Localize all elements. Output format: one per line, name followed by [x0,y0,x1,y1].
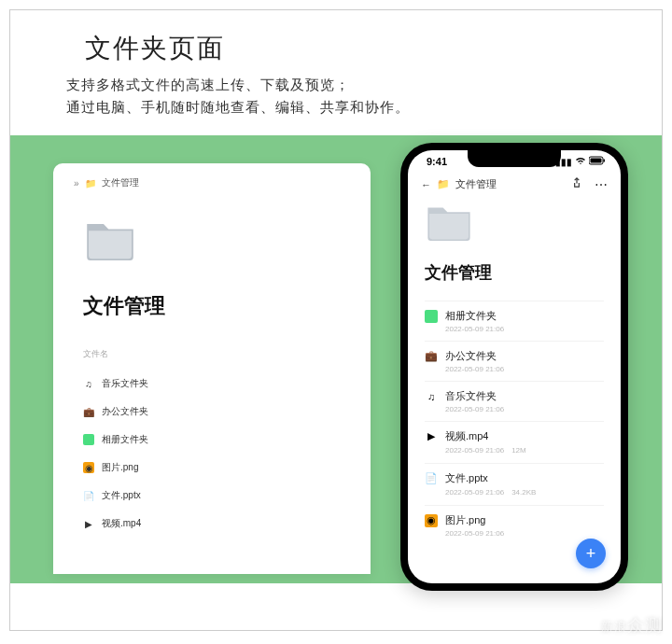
phone-topbar: ← 📁 文件管理 ⋯ [408,167,621,198]
video-icon: ▶ [425,430,438,443]
wifi-icon [575,156,586,167]
document-icon: 📄 [83,490,94,501]
phone-notch [468,150,561,167]
music-icon: ♫ [83,378,94,389]
image-icon: ◉ [83,462,94,473]
file-name: 视频.mp4 [102,517,141,530]
more-icon[interactable]: ⋯ [595,177,608,192]
list-item[interactable]: 📄文件.pptx2022-05-09 21:06 34.2KB [425,463,604,505]
add-button[interactable]: + [576,539,606,568]
file-name: 文件.pptx [445,471,488,485]
file-name: 图片.png [102,461,138,474]
file-name: 办公文件夹 [102,405,148,418]
album-icon [83,434,94,445]
file-meta: 2022-05-09 21:06 [445,405,604,413]
file-name: 相册文件夹 [445,309,497,323]
music-icon: ♫ [425,390,438,403]
album-icon [425,310,438,323]
battery-icon [589,156,606,167]
desktop-heading: 文件管理 [83,292,350,320]
breadcrumb-label: 文件管理 [102,176,139,189]
folder-hero-icon [83,217,137,260]
file-meta: 2022-05-09 21:06 [445,325,604,333]
file-name: 音乐文件夹 [102,377,148,390]
page-title: 文件夹页面 [85,31,624,66]
folder-icon: 📁 [85,178,96,189]
file-meta: 2022-05-09 21:06 34.2KB [445,487,604,497]
file-name: 文件.pptx [102,489,141,502]
file-meta: 2022-05-09 21:06 [445,529,604,538]
folder-icon: 📁 [437,178,450,190]
share-icon[interactable] [570,176,583,192]
list-item[interactable]: ♫音乐文件夹 [74,370,350,398]
file-name: 图片.png [445,513,485,527]
list-item[interactable]: 📄文件.pptx [74,482,350,510]
back-icon[interactable]: ← [421,179,431,190]
file-name: 视频.mp4 [445,429,488,443]
file-name: 办公文件夹 [445,349,497,363]
list-item[interactable]: 💼办公文件夹 [74,398,350,426]
folder-hero-icon [425,202,473,241]
desktop-preview: » 📁 文件管理 文件管理 文件名 ♫音乐文件夹💼办公文件夹相册文件夹◉图片.p… [53,163,371,574]
phone-breadcrumb-label: 文件管理 [455,177,497,191]
svg-rect-1 [591,159,602,163]
image-icon: ◉ [425,514,438,527]
briefcase-icon: 💼 [83,406,94,417]
phone-heading: 文件管理 [425,261,604,284]
file-meta: 2022-05-09 21:06 12M [445,445,604,455]
showcase-area: » 📁 文件管理 文件管理 文件名 ♫音乐文件夹💼办公文件夹相册文件夹◉图片.p… [10,135,662,583]
list-item[interactable]: 💼办公文件夹2022-05-09 21:06 [425,341,604,381]
column-header-filename: 文件名 [83,348,350,360]
expand-icon[interactable]: » [74,178,79,189]
file-name: 音乐文件夹 [445,389,497,403]
list-item[interactable]: ▶视频.mp42022-05-09 21:06 12M [425,421,604,463]
file-name: 相册文件夹 [102,433,148,446]
document-icon: 📄 [425,472,438,485]
list-item[interactable]: 相册文件夹 [74,426,350,454]
video-icon: ▶ [83,518,94,529]
list-item[interactable]: 相册文件夹2022-05-09 21:06 [425,301,604,341]
watermark: 新浪众测 [601,614,663,637]
list-item[interactable]: ◉图片.png [74,454,350,482]
file-meta: 2022-05-09 21:06 [445,365,604,373]
svg-rect-2 [604,160,606,162]
list-item[interactable]: ◉图片.png2022-05-09 21:06 [425,505,604,545]
briefcase-icon: 💼 [425,350,438,363]
list-item[interactable]: ▶视频.mp4 [74,510,350,538]
page-subtitle: 支持多格式文件的高速上传、下载及预览； 通过电脑、手机随时随地查看、编辑、共享和… [10,74,662,135]
status-time: 9:41 [427,156,447,167]
list-item[interactable]: ♫音乐文件夹2022-05-09 21:06 [425,381,604,421]
breadcrumb[interactable]: » 📁 文件管理 [74,176,350,189]
phone-preview: 9:41 ▮▮▮ ← 📁 文件管理 [400,143,628,591]
